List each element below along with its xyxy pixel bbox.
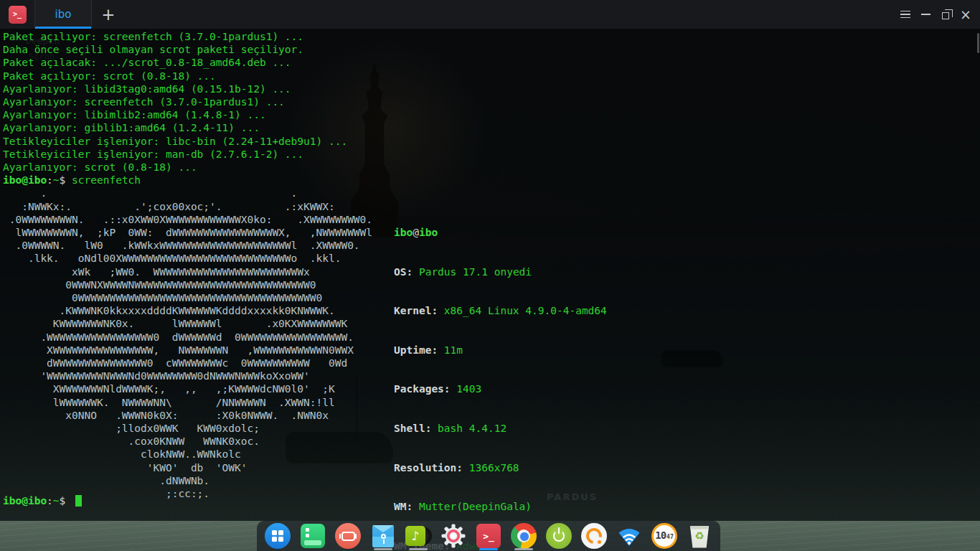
dock-item-deepin-terminal[interactable]: >_ bbox=[476, 523, 501, 549]
terminal-line: Ayarlanıyor: scrot (0.8-18) ... bbox=[3, 161, 347, 174]
prompt-path: ~ bbox=[53, 495, 60, 507]
volume-knob-icon bbox=[581, 523, 607, 549]
terminal-app-icon: >_ bbox=[9, 6, 27, 24]
info-packages: Packages: 1403 bbox=[394, 382, 701, 395]
info-uptime: Uptime: 11m bbox=[394, 344, 701, 357]
app-icon-box: >_ bbox=[0, 0, 34, 29]
typed-command: screenfetch bbox=[72, 174, 141, 186]
dock-item-datetime[interactable]: 1047 bbox=[651, 523, 677, 549]
terminal-window: >_ ibo + × Deepin Scrng PARDUS Paket açı… bbox=[0, 0, 980, 521]
info-kernel: Kernel: x86_64 Linux 4.9.0-4-amd64 bbox=[394, 304, 701, 317]
terminal-line: Tetikleyiciler işleniyor: man-db (2.7.6.… bbox=[3, 148, 347, 161]
terminal-line: Paket açılacak: .../scrot_0.8-18_amd64.d… bbox=[3, 56, 347, 69]
apt-output: Paket açılıyor: screenfetch (3.7.0-1pard… bbox=[3, 30, 347, 187]
dock-item-launcher[interactable] bbox=[265, 523, 291, 549]
running-indicator bbox=[374, 548, 392, 550]
digital-clock-icon: 1047 bbox=[651, 523, 677, 549]
info-header: ibo@ibo bbox=[394, 226, 701, 239]
terminal-content[interactable]: Deepin Scrng PARDUS Paket açılıyor: scre… bbox=[0, 29, 980, 521]
dock-item-google-chrome[interactable] bbox=[511, 523, 537, 549]
clock-hours: 10 bbox=[655, 530, 666, 540]
power-icon bbox=[546, 523, 572, 549]
close-icon: × bbox=[960, 8, 971, 22]
dock-item-network[interactable] bbox=[616, 523, 642, 549]
dock: ♪ >_ bbox=[257, 521, 720, 551]
tab-label: ibo bbox=[55, 8, 72, 21]
close-button[interactable]: × bbox=[956, 0, 976, 29]
info-os: OS: Pardus 17.1 onyedi bbox=[394, 265, 701, 278]
info-wm: WM: Mutter(DeepinGala) bbox=[394, 500, 701, 513]
trash-recycle-icon: ♻ bbox=[689, 526, 710, 548]
movie-screen-icon bbox=[335, 523, 361, 549]
info-resolution: Resolution: 980x551 bbox=[394, 461, 701, 474]
blue-folder-pin-icon bbox=[372, 525, 394, 547]
dock-item-shutdown[interactable] bbox=[546, 523, 572, 549]
app-grid-icon bbox=[265, 523, 291, 549]
active-indicator bbox=[479, 548, 498, 550]
music-note-vinyl-icon: ♪ bbox=[405, 523, 431, 549]
idle-prompt-line: ibo@ibo:~$ bbox=[3, 494, 82, 507]
prompt-path: ~ bbox=[53, 174, 60, 186]
menu-button[interactable] bbox=[895, 0, 915, 29]
restore-icon bbox=[942, 12, 949, 19]
dock-item-control-center[interactable] bbox=[440, 523, 466, 549]
terminal-line: Ayarlanıyor: libimlib2:amd64 (1.4.8-1) .… bbox=[3, 108, 347, 121]
dock-item-sound-volume[interactable] bbox=[581, 523, 607, 549]
dock-item-multitasking[interactable] bbox=[300, 523, 326, 549]
minimize-button[interactable] bbox=[915, 0, 936, 29]
terminal-line: Paket açılıyor: screenfetch (3.7.0-1pard… bbox=[3, 30, 347, 43]
dock-item-deepin-movie[interactable] bbox=[335, 523, 361, 549]
terminal-line: Ayarlanıyor: giblib1:amd64 (1.2.4-11) ..… bbox=[3, 121, 347, 134]
new-tab-button[interactable]: + bbox=[92, 0, 125, 29]
terminal-line: Tetikleyiciler işleniyor: libc-bin (2.24… bbox=[3, 135, 347, 148]
screenfetch-ascii-art: . . :NWWKx:. .';cox00xoc;'. .:xKWWX: .0W… bbox=[3, 187, 372, 500]
running-indicator bbox=[514, 548, 533, 550]
dock-item-file-manager[interactable] bbox=[370, 523, 396, 549]
prompt-user-host: ibo@ibo bbox=[3, 174, 47, 186]
terminal-line: Paket açılıyor: scrot (0.8-18) ... bbox=[3, 70, 347, 83]
command-prompt-line: ibo@ibo:~$ screenfetch bbox=[3, 174, 347, 187]
green-panel-icon bbox=[301, 524, 325, 548]
screenfetch-info: ibo@ibo OS: Pardus 17.1 onyedi Kernel: x… bbox=[394, 200, 701, 551]
info-shell: Shell: bash 4.4.12 bbox=[394, 422, 701, 435]
prompt-user-host: ibo@ibo bbox=[3, 495, 47, 507]
scrollbar-thumb[interactable] bbox=[977, 33, 979, 53]
titlebar-drag-area[interactable] bbox=[125, 0, 895, 29]
minimize-icon bbox=[921, 14, 930, 15]
chrome-icon bbox=[511, 523, 537, 549]
menu-icon bbox=[900, 11, 910, 18]
terminal-titlebar: >_ ibo + × bbox=[0, 0, 980, 29]
dock-item-deepin-music[interactable]: ♪ bbox=[405, 523, 431, 549]
terminal-line: Ayarlanıyor: screenfetch (3.7.0-1pardus1… bbox=[3, 95, 347, 108]
wifi-icon bbox=[616, 523, 642, 549]
terminal-cursor bbox=[75, 495, 82, 507]
gear-icon bbox=[440, 523, 466, 549]
dock-item-trash[interactable]: ♻ bbox=[687, 523, 712, 549]
restore-button[interactable] bbox=[936, 0, 956, 29]
running-indicator bbox=[409, 548, 428, 550]
terminal-line: Ayarlanıyor: libid3tag0:amd64 (0.15.1b-1… bbox=[3, 83, 347, 95]
window-controls: × bbox=[895, 0, 980, 29]
terminal-icon: >_ bbox=[476, 524, 501, 548]
terminal-line: Daha önce seçili olmayan scrot paketi se… bbox=[3, 43, 347, 56]
clock-minutes: 47 bbox=[666, 534, 674, 540]
tab-ibo[interactable]: ibo bbox=[34, 0, 92, 29]
